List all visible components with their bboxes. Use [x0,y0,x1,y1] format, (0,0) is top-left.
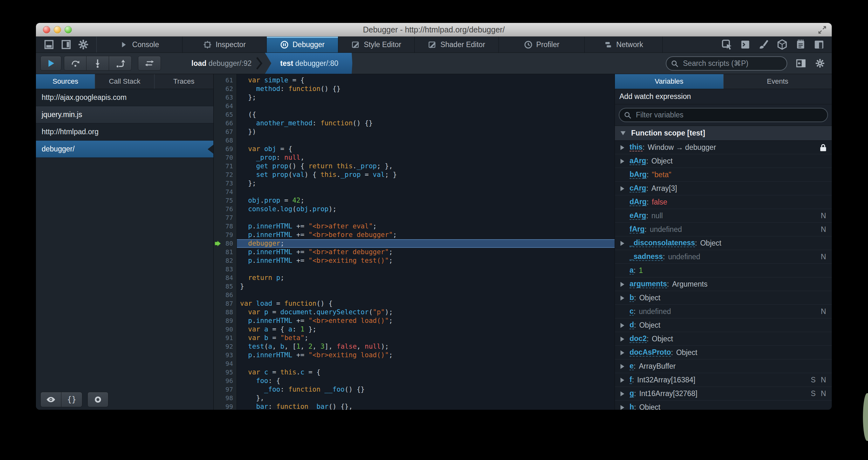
code-line[interactable]: 72 set prop(val) { this._prop = val; } [214,171,615,179]
sources-tab-traces[interactable]: Traces [155,74,213,89]
variable-row[interactable]: _sadness: undefinedN [615,250,832,264]
resume-button[interactable] [40,56,61,70]
line-number[interactable]: 94 [214,360,237,368]
code-line[interactable]: 91 var b = "beta"; [214,334,615,342]
expand-arrow-icon[interactable] [620,294,629,301]
expand-arrow-icon[interactable] [620,185,629,192]
pick-element-icon[interactable] [720,39,734,50]
source-item[interactable]: http://htmlpad.org [36,123,213,141]
code-line[interactable]: 99 bar: function _bar() {}, [214,402,615,410]
variable-row[interactable]: fArg: undefinedN [615,223,832,236]
variable-name[interactable]: d [629,321,634,329]
variable-name[interactable]: docAsProto [629,348,671,356]
variable-name[interactable]: e [629,362,634,370]
scratchpad-icon[interactable] [794,39,808,50]
line-number[interactable]: 62 [214,85,237,93]
variable-row[interactable]: eArg: nullN [615,209,832,223]
variable-name[interactable]: this [629,143,643,151]
expand-arrow-icon[interactable] [620,376,629,383]
code-line[interactable]: 68 [214,136,615,145]
code-line[interactable]: 87var load = function() { [214,299,615,308]
line-number[interactable]: 89 [214,317,237,325]
variable-row[interactable]: docAsProto: Object [615,346,832,360]
scope-header[interactable]: Function scope [test] [615,126,832,141]
code-line[interactable]: 94 [214,360,615,368]
tab-profiler[interactable]: Profiler [499,36,585,53]
titlebar[interactable]: Debugger - http://htmlpad.org/debugger/ [36,23,832,36]
line-number[interactable]: 74 [214,188,237,196]
code-line[interactable]: 63 }; [214,93,615,102]
expand-arrow-icon[interactable] [620,390,629,397]
debugger-options-gear-icon[interactable] [814,58,826,68]
code-line[interactable]: 96 foo: { [214,377,615,385]
code-line[interactable]: 78 p.innerHTML += "<br>after eval"; [214,222,615,231]
line-number[interactable]: 82 [214,256,237,265]
variable-row[interactable]: f: Int32Array[16384]SN [615,373,832,387]
variable-name[interactable]: aArg [629,157,646,165]
line-number[interactable]: 78 [214,222,237,231]
code-line[interactable]: 85} [214,282,615,291]
variable-name[interactable]: eArg [629,211,646,220]
line-number[interactable]: 84 [214,274,237,282]
expand-arrow-icon[interactable] [620,239,629,247]
dock-side-icon[interactable] [59,39,73,50]
variable-row[interactable]: cArg: Array[3] [615,182,832,195]
variable-name[interactable]: c [629,307,634,316]
line-number[interactable]: 77 [214,213,237,222]
split-console-icon[interactable] [738,39,752,50]
sources-tab-sources[interactable]: Sources [36,74,95,89]
filter-variables-input[interactable] [619,108,828,122]
step-over-button[interactable] [64,56,87,70]
line-number[interactable]: 68 [214,136,237,145]
line-number[interactable]: 81 [214,248,237,256]
variable-row[interactable]: c: undefinedN [615,305,832,318]
line-number[interactable]: 99 [214,402,237,410]
variable-name[interactable]: _sadness [629,253,663,261]
variable-row[interactable]: b: Object [615,291,832,305]
variable-row[interactable]: h: Object [615,401,832,410]
line-number[interactable]: 71 [214,162,237,171]
tab-debugger[interactable]: Debugger [267,36,338,53]
code-line[interactable]: 67 }) [214,127,615,136]
variable-name[interactable]: _disconsolateness [629,239,695,247]
code-line[interactable]: 84 return p; [214,274,615,282]
variable-name[interactable]: h [629,403,634,410]
line-number[interactable]: 97 [214,385,237,394]
code-line[interactable]: 79 p.innerHTML += "<br>before debugger"; [214,231,615,239]
line-number[interactable]: 95 [214,368,237,377]
code-line[interactable]: 89 p.innerHTML += "<br>entered load()"; [214,317,615,325]
code-line[interactable]: 95 var c = this.c = { [214,368,615,377]
tab-network[interactable]: Network [585,36,662,53]
variable-row[interactable]: aArg: Object [615,154,832,168]
variable-name[interactable]: doc2 [629,335,647,343]
gear-icon[interactable] [76,39,91,50]
line-number[interactable]: 67 [214,127,237,136]
code-line[interactable]: 82 p.innerHTML += "<br>exiting test()"; [214,256,615,265]
line-number[interactable]: 61 [214,76,237,85]
code-line[interactable]: 70 _prop: null, [214,153,615,162]
line-number[interactable]: 91 [214,334,237,342]
line-number[interactable]: 98 [214,394,237,402]
script-search-input[interactable] [666,56,787,70]
variable-name[interactable]: a [629,266,634,275]
line-number[interactable]: 72 [214,171,237,179]
variable-row[interactable]: g: Int16Array[32768]SN [615,387,832,401]
line-number[interactable]: 92 [214,342,237,351]
fullscreen-icon[interactable] [818,25,827,34]
expand-arrow-icon[interactable] [620,144,629,151]
toggle-pause-exceptions-button[interactable] [138,56,161,70]
line-number[interactable]: 66 [214,119,237,127]
line-number[interactable]: 73 [214,179,237,188]
variable-row[interactable]: dArg: false [615,195,832,209]
expand-arrow-icon[interactable] [620,404,629,410]
variable-name[interactable]: dArg [629,198,647,206]
variables-tab-events[interactable]: Events [724,74,832,89]
source-editor[interactable]: 61 var simple = {62 method: function() {… [214,74,615,410]
toggle-breakpoints-button[interactable] [87,392,108,407]
variable-row[interactable]: a: 1 [615,264,832,278]
source-item[interactable]: jquery.min.js [36,106,213,123]
code-line[interactable]: 66 another_method: function() {} [214,119,615,127]
line-number[interactable]: 65 [214,110,237,119]
code-line[interactable]: 65 ({ [214,110,615,119]
code-line[interactable]: 98 }, [214,394,615,402]
